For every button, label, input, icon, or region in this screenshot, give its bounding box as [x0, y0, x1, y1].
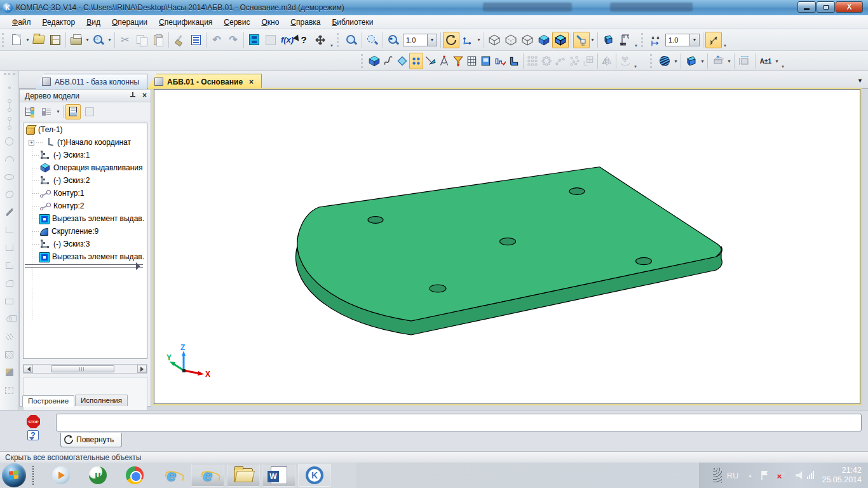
toolbar-overflow-icon[interactable]: ▾ — [780, 53, 786, 69]
evd-3d-button[interactable] — [600, 32, 616, 48]
point-tool-button[interactable] — [3, 79, 17, 97]
menu-file[interactable]: Файл — [6, 16, 37, 29]
open-document-button[interactable] — [31, 32, 47, 48]
composition-dropdown-arrow-icon[interactable]: ▾ — [55, 104, 61, 120]
zoom-in-out-button[interactable]: ± — [385, 32, 402, 48]
prompt-help-button[interactable]: ? — [27, 430, 39, 440]
taskbar-utorrent-button[interactable]: µ — [85, 463, 111, 487]
restore-button[interactable] — [817, 1, 835, 13]
tree-relations-button[interactable] — [82, 104, 97, 119]
library-manager-button[interactable] — [262, 32, 279, 48]
model-tree-header[interactable]: Дерево модели × — [20, 90, 151, 102]
title-bar[interactable]: K КОМПАС-3D V14 - C:\Users\IRINA\Desktop… — [0, 0, 868, 15]
tab-close-icon[interactable]: × — [249, 78, 254, 86]
menu-help[interactable]: Справка — [285, 16, 326, 29]
array-curve-button[interactable] — [553, 53, 567, 69]
measure-angle-button[interactable] — [437, 53, 451, 69]
tree-composition-button[interactable] — [39, 104, 54, 119]
network-signal-icon[interactable] — [806, 471, 814, 479]
taskbar-ie-pinned-button[interactable]: e — [159, 463, 184, 487]
auxiliary-line-tool-button[interactable] — [3, 114, 17, 132]
polyline-lightning-tool-button[interactable] — [3, 203, 17, 221]
tolerance-button[interactable]: A±1 — [757, 53, 774, 69]
shaded-with-edges-view-button[interactable] — [552, 32, 569, 48]
new-document-button[interactable] — [8, 32, 25, 48]
message-input-bar[interactable] — [56, 414, 862, 431]
fx-variables-button[interactable]: f(x) — [279, 32, 295, 48]
menu-view[interactable]: Вид — [81, 16, 106, 29]
tree-item-sketch1[interactable]: (-) Эскиз:1 — [24, 149, 147, 161]
toolbar-grip[interactable] — [2, 33, 6, 47]
boss-dropdown-arrow-icon[interactable]: ▾ — [726, 53, 732, 69]
hidden-lines-thin-view-button[interactable] — [519, 32, 536, 48]
ellipse-tool-button[interactable] — [3, 168, 17, 186]
spline-surface-button[interactable] — [381, 53, 395, 69]
direct-sketch-button[interactable] — [423, 53, 437, 69]
tree-item-extrude[interactable]: Операция выдавливания — [24, 161, 147, 174]
menu-editor[interactable]: Редактор — [37, 16, 81, 29]
segment-tool-button[interactable] — [3, 97, 17, 114]
snap-points-button[interactable] — [705, 32, 722, 48]
tree-item-contour1[interactable]: Контур:1 — [24, 187, 147, 200]
filter-button[interactable] — [451, 53, 465, 69]
tree-item-body[interactable]: (Тел-1) — [24, 123, 147, 136]
toolbar-overflow-icon[interactable]: ▾ — [633, 32, 639, 48]
doc-tab-baza-kolonny[interactable]: АБВ.011 - база колонны — [35, 74, 147, 89]
dimension-scale-dropdown-icon[interactable]: ▼ — [689, 34, 699, 46]
save-button[interactable] — [47, 32, 64, 48]
new-dropdown-arrow-icon[interactable]: ▾ — [25, 32, 31, 48]
collect-objects-tool-button[interactable] — [3, 381, 17, 399]
measure-box-button[interactable] — [736, 53, 753, 69]
surface-button[interactable] — [395, 53, 409, 69]
zoom-scale-value[interactable]: 1.0 — [403, 36, 427, 44]
taskbar-chrome-button[interactable] — [122, 463, 147, 487]
array-points-button[interactable] — [567, 53, 581, 69]
toolbar-grip[interactable] — [361, 54, 365, 68]
preview-dropdown-arrow-icon[interactable]: ▾ — [107, 32, 112, 48]
taskbar-word-button[interactable] — [262, 464, 295, 487]
circle-tool-button[interactable] — [3, 132, 17, 150]
toolbar-overflow-icon[interactable]: ▾ — [632, 53, 639, 69]
check-document-button[interactable] — [493, 53, 507, 69]
pan-button[interactable] — [312, 32, 329, 48]
zoom-area-button[interactable] — [364, 32, 381, 48]
chamfer-tool-button[interactable] — [3, 257, 17, 274]
cut-button[interactable]: ✂ — [117, 32, 133, 48]
print-dropdown-arrow-icon[interactable]: ▾ — [85, 32, 90, 48]
toolbar-grip[interactable] — [650, 54, 654, 68]
array-circular-button[interactable] — [539, 53, 553, 69]
tree-item-sketch3[interactable]: (-) Эскиз:3 — [24, 238, 147, 250]
tree-item-fillet[interactable]: Скругление:9 — [24, 225, 147, 238]
undo-button[interactable]: ↶ — [208, 32, 225, 48]
model-canvas[interactable]: Z X Y — [154, 90, 860, 403]
hatch-sphere-button[interactable] — [656, 53, 673, 69]
arc-tool-button[interactable] — [3, 150, 17, 168]
contour-tool-button[interactable] — [3, 239, 17, 257]
hatch-dropdown-arrow-icon[interactable]: ▾ — [673, 53, 679, 69]
stop-button[interactable]: STOP — [27, 415, 40, 428]
toolbar-grip[interactable] — [641, 33, 645, 47]
menu-specification[interactable]: Спецификация — [153, 16, 218, 29]
corner-line-tool-button[interactable] — [3, 221, 17, 239]
expand-toggle[interactable]: + — [29, 140, 34, 146]
circle-rectangle-tool-button[interactable] — [3, 310, 17, 328]
toolbar-overflow-icon[interactable]: ▾ — [329, 32, 335, 48]
solid-modeling-button[interactable] — [367, 53, 381, 69]
sheet-metal-button[interactable] — [507, 53, 521, 69]
language-indicator[interactable]: RU — [727, 471, 739, 480]
toolbar-grip[interactable] — [4, 73, 15, 76]
report-table-button[interactable] — [465, 53, 479, 69]
tab-ispolneniya[interactable]: Исполнения — [75, 395, 128, 406]
close-button[interactable]: X — [836, 1, 863, 13]
rotate-view-button[interactable] — [443, 32, 459, 48]
zoom-scale-dropdown-icon[interactable]: ▼ — [427, 34, 437, 46]
move-component-button[interactable] — [459, 32, 476, 48]
style-brush-tool-button[interactable] — [3, 363, 17, 381]
zoom-fit-document-button[interactable] — [343, 32, 360, 48]
paste-button[interactable] — [150, 32, 166, 48]
tree-item-origin[interactable]: + (т)Начало координат — [24, 136, 147, 149]
scroll-right-button[interactable] — [137, 365, 147, 373]
variables-button[interactable] — [246, 32, 262, 48]
extrude-operation-button[interactable] — [683, 53, 700, 69]
properties-panel-button[interactable] — [479, 53, 493, 69]
